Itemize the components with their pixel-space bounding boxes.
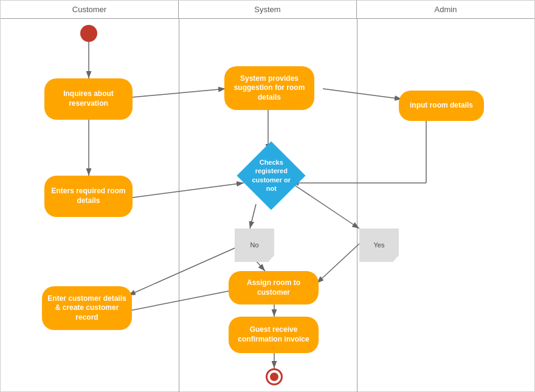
yes-doc-node: Yes <box>359 229 399 262</box>
svg-line-7 <box>250 204 256 229</box>
svg-line-12 <box>128 247 238 295</box>
enters-room-node: Enters required room details <box>44 176 133 217</box>
inquires-node: Inquires about reservation <box>44 78 133 120</box>
guest-receive-node: Guest receive confirmation invoice <box>229 317 319 353</box>
no-doc-node: No <box>235 229 274 262</box>
svg-line-6 <box>128 183 244 198</box>
divider-2 <box>357 19 357 392</box>
end-node <box>266 368 283 385</box>
system-provides-node: System provides suggestion for room deta… <box>224 66 314 110</box>
lanes-header: Customer System Admin <box>1 1 534 19</box>
end-inner <box>270 373 278 381</box>
svg-line-10 <box>317 244 359 283</box>
diagram-container: Customer System Admin <box>0 0 535 392</box>
input-room-node: input room details <box>399 91 484 121</box>
svg-line-2 <box>125 89 226 98</box>
svg-line-3 <box>323 89 402 99</box>
lane-customer: Customer <box>1 1 179 18</box>
lanes-body: Inquires about reservation Enters requir… <box>1 19 535 392</box>
enter-customer-node: Enter customer details & create customer… <box>42 286 132 330</box>
divider-1 <box>179 19 179 392</box>
start-node <box>80 25 97 42</box>
lane-admin: Admin <box>357 1 534 18</box>
svg-line-8 <box>256 261 265 271</box>
svg-line-11 <box>130 289 238 311</box>
assign-room-node: Assign room to customer <box>229 271 319 304</box>
checks-registered-node: Checks registered customer or not <box>236 141 305 210</box>
lane-system: System <box>179 1 357 18</box>
svg-line-9 <box>291 183 359 229</box>
